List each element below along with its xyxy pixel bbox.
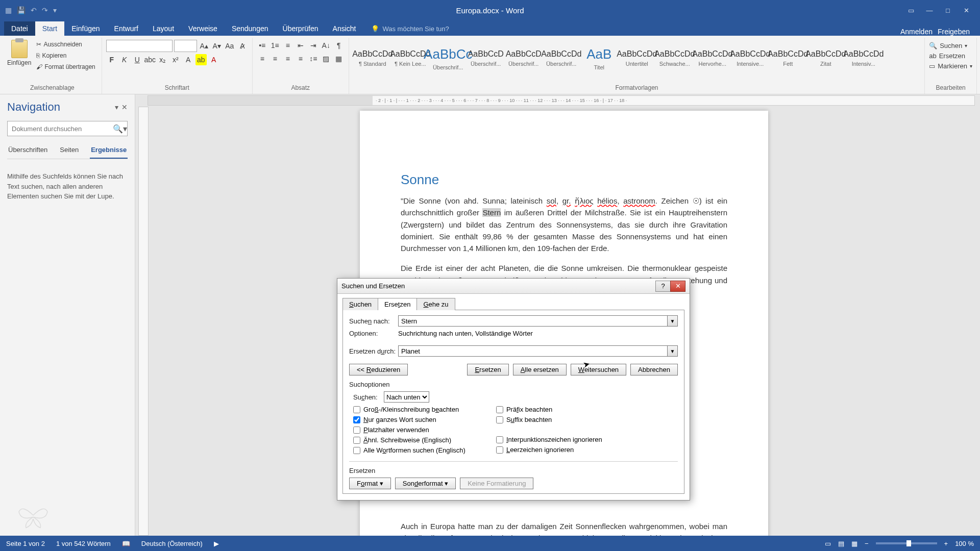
copy-button[interactable]: ⎘Kopieren [34,51,97,60]
less-button[interactable]: << Reduzieren [349,364,408,375]
multilevel-icon[interactable]: ≡ [282,40,293,51]
style-item[interactable]: AaBbCcDdSchwache... [656,41,693,76]
font-family-select[interactable] [106,40,173,52]
dlg-tab-replace[interactable]: ErsetzenErsetzen [378,298,417,310]
sort-icon[interactable]: A↓ [321,40,332,51]
format-painter-button[interactable]: 🖌Format übertragen [34,62,97,71]
replace-dropdown-icon[interactable]: ▼ [668,345,678,357]
strike-button[interactable]: abc [144,54,156,65]
bullets-icon[interactable]: •≡ [257,40,268,51]
style-item[interactable]: AaBbCcDdIntensiv... [845,41,882,76]
indent-icon[interactable]: ⇥ [308,40,319,51]
share-button[interactable]: Freigeben [938,28,970,36]
no-formatting-button[interactable]: Keine Formatierung [460,478,533,489]
find-dropdown-icon[interactable]: ▼ [668,315,678,327]
zoom-in-icon[interactable]: + [944,540,948,547]
style-item[interactable]: AaBbCcDdUntertitel [619,41,655,76]
tab-layout[interactable]: Layout [145,21,181,36]
status-page[interactable]: Seite 1 von 2 [6,540,45,547]
dialog-help-button[interactable]: ? [655,281,671,292]
line-spacing-icon[interactable]: ↕≡ [308,53,319,64]
style-item[interactable]: AaBbCcDdÜberschrif... [543,41,580,76]
signin-link[interactable]: Anmelden [900,28,933,36]
status-words[interactable]: 1 von 542 Wörtern [56,540,111,547]
find-next-button[interactable]: Weitersuchen [571,364,626,375]
text-effects-icon[interactable]: A [183,54,194,65]
tab-mailings[interactable]: Sendungen [225,21,276,36]
chk-match-case[interactable]: Groß-/Kleinschreibung beachten [353,406,465,413]
ruler-vertical[interactable] [138,107,149,536]
style-item[interactable]: AaBbCcDdZitat [807,41,844,76]
style-item[interactable]: AaBbCcDd¶ Kein Lee... [392,41,429,76]
style-item[interactable]: AaBbCcDd¶ Standard [354,41,391,76]
outdent-icon[interactable]: ⇤ [295,40,306,51]
underline-button[interactable]: U [132,54,143,65]
save-icon[interactable]: 💾 [17,6,26,14]
tell-me[interactable]: 💡Was möchten Sie tun? [363,22,457,36]
highlight-button[interactable]: ab [195,54,207,65]
style-item[interactable]: AaBbCcDdIntensive... [732,41,769,76]
superscript-button[interactable]: x² [170,54,181,65]
tab-insert[interactable]: Einfügen [64,21,107,36]
zoom-level[interactable]: 100 % [955,540,974,547]
replace-input[interactable] [398,345,668,357]
nav-tab-headings[interactable]: Überschriften [7,143,48,159]
find-input[interactable] [398,315,668,327]
close-icon[interactable]: ✕ [962,6,971,15]
search-direction-select[interactable]: Nach unten [384,391,429,403]
shrink-font-icon[interactable]: A▾ [211,40,223,52]
ribbon-options-icon[interactable]: ▭ [906,6,916,15]
clear-format-icon[interactable]: A̷ [237,40,248,52]
undo-icon[interactable]: ↶ [31,6,37,14]
view-read-icon[interactable]: ▭ [825,540,831,547]
style-item[interactable]: AaBbCcDdHervorhe... [694,41,731,76]
tab-design[interactable]: Entwurf [107,21,145,36]
view-print-icon[interactable]: ▤ [838,540,844,547]
cut-button[interactable]: ✂Ausschneiden [34,40,97,49]
style-item[interactable]: AaBbCcDÜberschrif... [505,41,542,76]
bold-button[interactable]: F [106,54,117,65]
dlg-tab-goto[interactable]: Gehe zuGehe zu [416,298,455,310]
ruler-horizontal[interactable]: · 2 · | · 1 · | · · · 1 · · · 2 · · · 3 … [148,95,975,106]
select-button[interactable]: ▭Markieren ▾ [929,62,972,70]
numbering-icon[interactable]: 1≡ [270,40,281,51]
font-size-select[interactable] [174,40,197,52]
style-item[interactable]: AaBTitel [581,41,618,76]
style-item[interactable]: AaBbCcÜberschrif... [430,41,467,76]
maximize-icon[interactable]: □ [943,6,952,15]
view-web-icon[interactable]: ▦ [851,540,857,547]
tab-start[interactable]: Start [35,21,65,36]
nav-tab-pages[interactable]: Seiten [59,143,80,159]
zoom-slider[interactable] [876,542,937,544]
chk-prefix[interactable]: Präfix beachten [496,406,602,413]
style-item[interactable]: AaBbCcDdFett [770,41,806,76]
replace-button[interactable]: abErsetzen [929,52,972,60]
paste-button[interactable]: Einfügen [7,40,31,66]
zoom-out-icon[interactable]: − [865,540,869,547]
dialog-titlebar[interactable]: Suchen und Ersetzen ? ✕ [337,279,690,294]
find-button[interactable]: 🔍Suchen ▾ [929,42,972,49]
tab-view[interactable]: Ansicht [326,21,363,36]
nav-search[interactable]: 🔍▾ [7,121,128,136]
search-icon[interactable]: 🔍▾ [113,124,127,134]
grow-font-icon[interactable]: A▴ [199,40,210,52]
justify-icon[interactable]: ≡ [295,53,306,64]
change-case-icon[interactable]: Aa [224,40,235,52]
minimize-icon[interactable]: — [925,6,934,15]
styles-gallery[interactable]: AaBbCcDd¶ StandardAaBbCcDd¶ Kein Lee...A… [353,40,883,77]
format-button[interactable]: Format ▾ [349,478,391,489]
dialog-close-button[interactable]: ✕ [670,281,685,292]
nav-close-icon[interactable]: ✕ [121,103,128,111]
chk-word-forms[interactable]: Alle Wortformen suchen (Englisch) [353,446,465,454]
cancel-button[interactable]: Abbrechen [630,364,678,375]
chk-suffix[interactable]: Suffix beachten [496,416,602,423]
qat-more-icon[interactable]: ▾ [53,6,57,14]
status-language[interactable]: Deutsch (Österreich) [141,540,203,547]
chk-ignore-punct[interactable]: Interpunktionszeichen ignorieren [496,436,602,443]
tab-references[interactable]: Verweise [181,21,225,36]
status-macro-icon[interactable]: ▶ [214,540,219,547]
chk-sounds-like[interactable]: Ähnl. Schreibweise (Englisch) [353,436,465,444]
style-item[interactable]: AaBbCcDÜberschrif... [468,41,504,76]
redo-icon[interactable]: ↷ [42,6,48,14]
italic-button[interactable]: K [119,54,130,65]
